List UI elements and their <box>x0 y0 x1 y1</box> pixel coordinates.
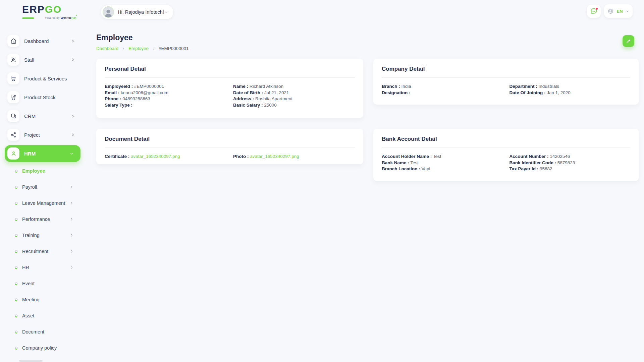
sidebar-item-product-services[interactable]: Product & Services <box>0 69 84 88</box>
user-icon <box>10 150 17 157</box>
breadcrumb-current: #EMP0000001 <box>159 46 189 51</box>
submenu-item-event[interactable]: Event <box>0 276 84 292</box>
submenu-item-payroll[interactable]: Payroll <box>0 179 84 195</box>
cart-icon <box>10 75 17 82</box>
submenu-label: Employee <box>22 168 45 174</box>
home-icon <box>10 38 17 44</box>
card-title: Personal Detail <box>105 66 355 72</box>
sidebar-item-label: Product & Services <box>24 76 67 81</box>
chevron-right-icon <box>152 47 155 50</box>
users-icon <box>10 57 17 63</box>
app-window: ERPGO Powered By WORKDO Hi, Rajodiya Inf… <box>0 0 644 362</box>
field-date-of-birth: Date of Birth : Jul 21, 2021 <box>233 90 355 96</box>
bullet-icon <box>15 234 18 237</box>
sidebar-item-label: Project <box>24 132 40 138</box>
pencil-icon <box>626 39 631 44</box>
bullet-icon <box>15 330 18 334</box>
scrollbar-thumb[interactable] <box>19 360 43 362</box>
chevron-right-icon <box>71 114 75 118</box>
cart-plus-icon <box>10 94 17 101</box>
hrm-submenu: Employee Payroll Leave Management Perfor… <box>0 163 84 356</box>
user-avatar <box>103 6 114 18</box>
field-designation: Designation : <box>382 90 503 96</box>
submenu-item-meeting[interactable]: Meeting <box>0 292 84 308</box>
field-account-number: Account Number : 14202546 <box>509 154 631 160</box>
submenu-item-recruitment[interactable]: Recruitment <box>0 243 84 259</box>
bullet-icon <box>15 266 18 269</box>
sidebar-item-crm[interactable]: CRM <box>0 107 84 125</box>
erpgo-logo[interactable]: ERPGO Powered By WORKDO <box>22 4 76 20</box>
field-salary-type: Salary Type : <box>105 102 226 109</box>
chevron-down-icon <box>626 9 629 13</box>
logo-go: GO <box>45 4 62 15</box>
field-account-holder-name: Account Holder Name : Test <box>382 154 503 160</box>
bullet-icon <box>15 186 18 189</box>
chevron-right-icon <box>70 249 74 253</box>
personal-detail-card: Personal Detail EmployeeId : #EMP0000001… <box>96 59 363 118</box>
page-title: Employee <box>96 33 133 42</box>
bullet-icon <box>15 218 18 221</box>
submenu-label: Document <box>22 329 44 335</box>
submenu-label: Meeting <box>22 297 40 302</box>
submenu-item-leave-management[interactable]: Leave Management <box>0 195 84 211</box>
sidebar-item-label: Staff <box>24 57 35 63</box>
sidebar-item-hrm-wrap: HRM <box>0 144 84 163</box>
powered-by-text: Powered By <box>45 17 60 19</box>
language-selector[interactable]: EN <box>604 4 633 18</box>
sidebar-item-dashboard[interactable]: Dashboard <box>0 32 84 50</box>
sidebar-item-label: Dashboard <box>24 38 49 44</box>
submenu-label: Company policy <box>22 345 57 351</box>
photo-file-link[interactable]: avatar_1652340297.png <box>250 154 299 159</box>
sidebar-item-staff[interactable]: Staff <box>0 50 84 69</box>
document-detail-card: Document Detail Certificate : avatar_165… <box>96 129 363 164</box>
certificate-file-link[interactable]: avatar_1652340297.png <box>131 154 180 159</box>
chevron-right-icon <box>70 185 74 189</box>
field-department: Department : Industrials <box>509 83 631 90</box>
sidebar-item-hrm[interactable]: HRM <box>5 145 80 162</box>
submenu-item-asset[interactable]: Asset <box>0 308 84 324</box>
submenu-label: Recruitment <box>22 249 48 254</box>
logo-erp: ERP <box>22 4 45 15</box>
sidebar-item-product-stock[interactable]: Product Stock <box>0 88 84 107</box>
globe-icon <box>607 8 614 14</box>
submenu-item-employee[interactable]: Employee <box>0 163 84 179</box>
chevron-right-icon <box>71 58 75 62</box>
bullet-icon <box>15 314 18 317</box>
bank-account-detail-card: Bank Account Detail Account Holder Name … <box>373 129 639 181</box>
sidebar-item-label: CRM <box>24 113 36 119</box>
share-nodes-icon <box>10 132 17 138</box>
submenu-item-document[interactable]: Document <box>0 324 84 340</box>
sidebar-nav: Dashboard Staff Product & Services Produ… <box>0 32 84 163</box>
sidebar-item-label: Product Stock <box>24 95 55 100</box>
submenu-label: Training <box>22 233 40 238</box>
breadcrumb: Dashboard Employee #EMP0000001 <box>96 46 189 51</box>
divider <box>382 147 630 148</box>
divider <box>105 77 355 78</box>
field-branch: Branch : India <box>382 83 503 90</box>
bullet-icon <box>15 170 18 173</box>
breadcrumb-dashboard[interactable]: Dashboard <box>96 46 118 51</box>
submenu-label: Leave Management <box>22 200 65 206</box>
submenu-item-company-policy[interactable]: Company policy <box>0 340 84 356</box>
chevron-right-icon <box>70 201 74 205</box>
language-code: EN <box>616 9 623 14</box>
card-title: Company Detail <box>382 66 630 72</box>
field-branch-location: Branch Location : Vapi <box>382 166 503 172</box>
breadcrumb-employee[interactable]: Employee <box>128 46 149 51</box>
chevron-right-icon <box>71 39 75 43</box>
copy-icon <box>10 113 17 119</box>
company-detail-card: Company Detail Branch : India Designatio… <box>373 59 639 105</box>
submenu-item-training[interactable]: Training <box>0 227 84 243</box>
user-menu-button[interactable]: Hi, Rajodiya Infotech! <box>101 5 174 19</box>
card-title: Bank Account Detail <box>382 136 630 142</box>
submenu-item-performance[interactable]: Performance <box>0 211 84 227</box>
field-employee-id: EmployeeId : #EMP0000001 <box>105 83 226 90</box>
field-bank-name: Bank Name : Test <box>382 160 503 166</box>
messenger-button[interactable] <box>587 5 601 18</box>
field-phone: Phone : 04893258663 <box>105 96 226 102</box>
edit-employee-button[interactable] <box>623 35 634 47</box>
submenu-label: Event <box>22 281 35 286</box>
sidebar-item-project[interactable]: Project <box>0 125 84 144</box>
submenu-item-hr[interactable]: HR <box>0 259 84 276</box>
workdo-text: WORKDO <box>61 16 76 20</box>
